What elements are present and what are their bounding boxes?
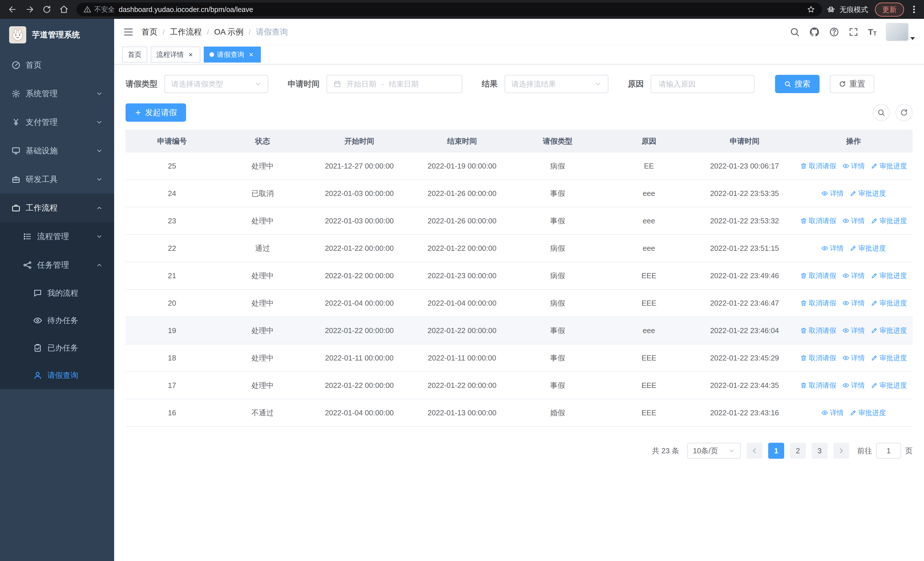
breadcrumb-workflow[interactable]: 工作流程 [170, 27, 202, 38]
page-button-1[interactable]: 1 [768, 443, 784, 459]
cell-id: 19 [126, 317, 218, 344]
reset-button[interactable]: 重置 [830, 75, 874, 93]
sidebar-item-label: 待办任务 [47, 315, 78, 326]
browser-menu-icon[interactable] [911, 6, 917, 13]
github-icon[interactable] [809, 27, 820, 38]
breadcrumb-home[interactable]: 首页 [141, 27, 158, 38]
cell-start-time: 2022-01-04 00:00:00 [306, 399, 412, 426]
prev-page-button[interactable] [747, 443, 762, 459]
cancel-leave-link[interactable]: 取消请假 [800, 161, 836, 170]
help-icon[interactable] [829, 27, 839, 37]
detail-link[interactable]: 详情 [821, 244, 843, 253]
detail-link[interactable]: 详情 [821, 408, 843, 417]
font-size-icon[interactable]: TT [868, 28, 877, 36]
tab-home[interactable]: 首页 [122, 47, 147, 63]
toolbox-icon [11, 175, 21, 184]
goto-page-input[interactable] [876, 443, 901, 459]
cancel-leave-link[interactable]: 取消请假 [800, 353, 836, 362]
approval-progress-link[interactable]: 审批进度 [871, 353, 907, 362]
op-label: 取消请假 [809, 381, 836, 390]
cancel-leave-link[interactable]: 取消请假 [800, 326, 836, 335]
detail-link[interactable]: 详情 [842, 381, 865, 390]
user-menu[interactable] [886, 23, 915, 41]
approval-progress-link[interactable]: 审批进度 [850, 244, 886, 253]
sidebar-item-workflow[interactable]: 工作流程 [0, 194, 114, 222]
close-icon[interactable]: × [187, 51, 195, 59]
sidebar-item-task-management[interactable]: 任务管理 [0, 251, 114, 279]
sidebar-item-process-management[interactable]: 流程管理 [0, 222, 114, 251]
sidebar-item-home[interactable]: 首页 [0, 51, 114, 80]
address-bar[interactable]: 不安全 dashboard.yudao.iocoder.cn/bpm/oa/le… [76, 3, 822, 16]
edit-pen-icon [871, 382, 878, 389]
cancel-leave-link[interactable]: 取消请假 [800, 381, 836, 390]
breadcrumb-oa-example[interactable]: OA 示例 [214, 27, 243, 38]
approval-progress-link[interactable]: 审批进度 [871, 381, 907, 390]
approval-progress-link[interactable]: 审批进度 [871, 216, 907, 226]
bookmark-star-icon[interactable] [807, 5, 815, 14]
chevron-down-icon [728, 447, 735, 454]
op-label: 详情 [851, 216, 865, 226]
home-icon[interactable] [56, 2, 72, 17]
sidebar-item-label: 已办任务 [47, 343, 78, 353]
search-icon[interactable] [790, 27, 800, 37]
detail-link[interactable]: 详情 [842, 298, 865, 308]
sidebar-item-infrastructure[interactable]: 基础设施 [0, 137, 114, 165]
leave-type-select[interactable]: 请选择请假类型 [164, 75, 268, 93]
detail-link[interactable]: 详情 [842, 216, 865, 226]
browser-nav [4, 2, 72, 17]
search-button[interactable]: 搜索 [775, 75, 819, 93]
create-leave-button[interactable]: 发起请假 [126, 104, 186, 122]
reload-icon[interactable] [39, 2, 55, 17]
hide-search-button[interactable] [873, 104, 890, 121]
reason-input[interactable] [657, 79, 748, 89]
detail-link[interactable]: 详情 [821, 189, 843, 198]
cancel-leave-link[interactable]: 取消请假 [800, 298, 836, 308]
approval-progress-link[interactable]: 审批进度 [871, 161, 907, 170]
tab-leave-query[interactable]: 请假查询 × [204, 47, 261, 63]
sidebar-item-system[interactable]: 系统管理 [0, 80, 114, 108]
detail-link[interactable]: 详情 [842, 271, 865, 280]
logo[interactable]: 芋道管理系统 [0, 19, 114, 51]
back-icon[interactable] [4, 2, 21, 17]
cell-end-time: 2022-01-22 00:00:00 [412, 371, 512, 399]
page-button-2[interactable]: 2 [790, 443, 806, 459]
approval-progress-link[interactable]: 审批进度 [871, 271, 907, 280]
next-page-button[interactable] [833, 443, 849, 459]
approval-progress-link[interactable]: 审批进度 [871, 298, 907, 308]
security-warning[interactable]: 不安全 [83, 5, 115, 14]
detail-link[interactable]: 详情 [842, 161, 865, 170]
sidebar-item-done-tasks[interactable]: 已办任务 [0, 334, 114, 362]
refresh-table-button[interactable] [896, 104, 913, 121]
cell-status: 处理中 [218, 207, 306, 235]
forward-icon[interactable] [22, 2, 38, 17]
approval-progress-link[interactable]: 审批进度 [871, 326, 907, 335]
sidebar-item-payment[interactable]: 支付管理 [0, 108, 114, 137]
fullscreen-icon[interactable] [848, 27, 859, 37]
cancel-leave-link[interactable]: 取消请假 [800, 216, 836, 226]
result-select[interactable]: 请选择流结果 [504, 75, 608, 93]
sidebar-item-my-process[interactable]: 我的流程 [0, 279, 114, 307]
cell-start-time: 2022-01-11 00:00:00 [306, 344, 412, 371]
tab-label: 请假查询 [217, 50, 244, 59]
cancel-leave-link[interactable]: 取消请假 [800, 271, 836, 280]
sidebar-collapse-icon[interactable] [123, 27, 134, 37]
tab-process-detail[interactable]: 流程详情 × [151, 47, 200, 63]
detail-link[interactable]: 详情 [842, 326, 865, 335]
page-size-select[interactable]: 10条/页 [687, 443, 741, 459]
page-button-3[interactable]: 3 [812, 443, 828, 459]
edit-pen-icon [871, 300, 878, 307]
update-button[interactable]: 更新 [875, 3, 904, 17]
search-icon [784, 81, 791, 87]
op-label: 取消请假 [809, 271, 836, 280]
sidebar-item-devtools[interactable]: 研发工具 [0, 165, 114, 194]
sidebar-item-todo-tasks[interactable]: 待办任务 [0, 307, 114, 334]
approval-progress-link[interactable]: 审批进度 [850, 189, 886, 198]
avatar[interactable] [886, 23, 909, 41]
column-header: 申请编号 [126, 130, 218, 152]
close-icon[interactable]: × [247, 51, 255, 59]
sidebar-item-leave-query[interactable]: 请假查询 [0, 362, 114, 389]
date-range-picker[interactable]: 开始日期 - 结束日期 [327, 75, 462, 93]
approval-progress-link[interactable]: 审批进度 [850, 408, 886, 417]
detail-link[interactable]: 详情 [842, 353, 865, 362]
cell-start-time: 2022-01-22 00:00:00 [306, 317, 412, 344]
